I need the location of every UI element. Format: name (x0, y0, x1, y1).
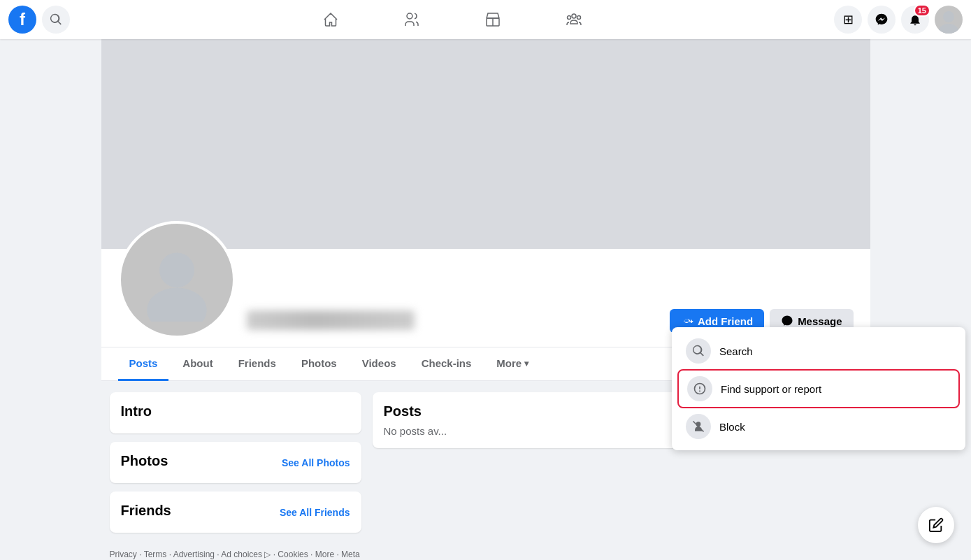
dropdown-report-label: Find support or report (721, 383, 821, 395)
svg-point-0 (407, 13, 412, 19)
report-icon (687, 376, 712, 401)
dropdown-report-item[interactable]: Find support or report (677, 369, 960, 408)
profile-name (247, 310, 415, 330)
dropdown-block-label: Block (719, 421, 745, 433)
svg-point-2 (572, 14, 576, 18)
profile-container: Add Friend Message Posts About Friends P… (0, 0, 971, 560)
apps-button[interactable]: ⊞ (834, 6, 862, 34)
photos-title: Photos (121, 453, 168, 469)
tab-posts[interactable]: Posts (118, 347, 169, 381)
nav-friends-button[interactable] (373, 3, 451, 36)
svg-point-6 (939, 24, 958, 34)
facebook-logo[interactable]: f (8, 6, 36, 34)
search-icon (686, 338, 711, 364)
compose-button[interactable] (918, 507, 954, 543)
dropdown-search-label: Search (719, 345, 753, 357)
block-icon (686, 414, 711, 439)
tab-friends[interactable]: Friends (227, 347, 287, 381)
photos-card-header: Photos See All Photos (121, 453, 350, 472)
search-button[interactable] (42, 6, 70, 34)
navbar: f (0, 0, 971, 39)
cover-photo (101, 39, 870, 249)
dropdown-block-item[interactable]: Block (677, 408, 960, 445)
chevron-down-icon: ▾ (524, 359, 528, 368)
friends-card-header: Friends See All Friends (121, 503, 350, 522)
footer: Privacy · Terms · Advertising · Ad choic… (110, 541, 361, 560)
tab-photos[interactable]: Photos (290, 347, 348, 381)
friends-card: Friends See All Friends (110, 491, 361, 533)
nav-home-button[interactable] (292, 3, 370, 36)
tab-checkins[interactable]: Check-ins (410, 347, 483, 381)
intro-card: Intro (110, 392, 361, 433)
nav-groups-button[interactable] (535, 3, 613, 36)
notification-badge: 15 (914, 4, 930, 17)
messenger-button[interactable] (868, 6, 896, 34)
tab-more[interactable]: More ▾ (485, 347, 540, 381)
navbar-left: f (8, 6, 70, 34)
tab-about[interactable]: About (171, 347, 224, 381)
friends-title: Friends (121, 503, 171, 519)
nav-marketplace-button[interactable] (454, 3, 532, 36)
profile-avatar (118, 221, 236, 338)
tab-videos[interactable]: Videos (351, 347, 408, 381)
user-avatar-button[interactable] (935, 6, 963, 34)
notifications-button[interactable]: 15 (901, 6, 929, 34)
intro-title: Intro (121, 403, 350, 419)
svg-point-8 (147, 287, 207, 322)
svg-point-4 (577, 16, 580, 20)
photos-card: Photos See All Photos (110, 442, 361, 483)
navbar-right: ⊞ 15 (834, 6, 963, 34)
svg-point-3 (567, 16, 570, 20)
dropdown-search-item[interactable]: Search (677, 333, 960, 369)
svg-point-7 (159, 252, 194, 287)
navbar-center (70, 3, 834, 36)
svg-point-5 (943, 11, 954, 22)
left-column: Intro Photos See All Photos Friends See … (110, 392, 361, 560)
see-all-friends-link[interactable]: See All Friends (280, 507, 350, 518)
dropdown-menu: Search Find support or report Block (672, 327, 965, 450)
profile-name-section (247, 310, 659, 338)
see-all-photos-link[interactable]: See All Photos (282, 457, 350, 468)
